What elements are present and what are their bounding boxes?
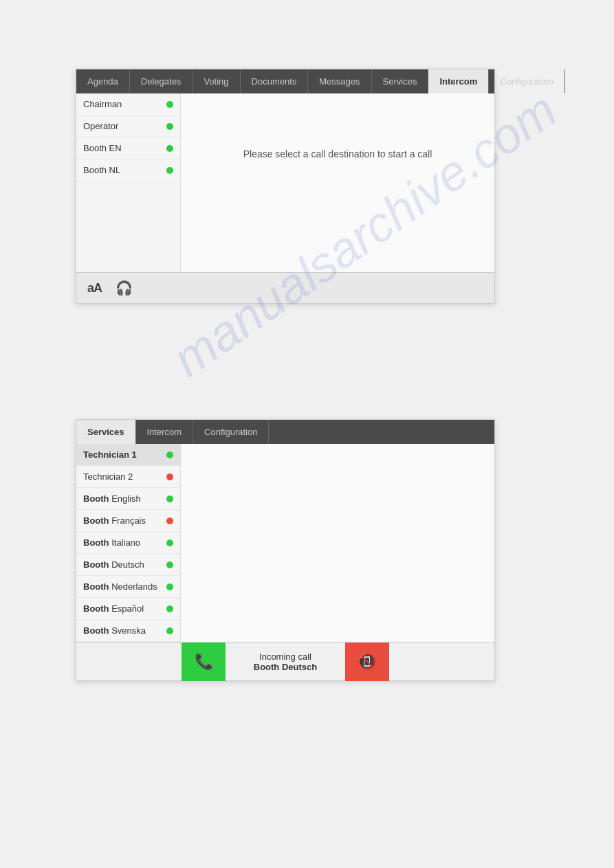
tab-configuration[interactable]: Configuration bbox=[489, 69, 564, 93]
incoming-call-title: Incoming call bbox=[232, 652, 338, 662]
status-dot-booth-deutsch bbox=[166, 561, 173, 568]
sidebar-item-technician1[interactable]: Technician 1 bbox=[76, 444, 180, 466]
sidebar-item-booth-francais[interactable]: Booth Français bbox=[76, 510, 180, 532]
incoming-call-bar: 📞 Incoming call Booth Deutsch 📵 bbox=[76, 642, 494, 680]
tab-messages[interactable]: Messages bbox=[308, 69, 371, 93]
content-area-1: Chairman Operator Booth EN Booth NL Plea… bbox=[76, 93, 494, 272]
call-info: Incoming call Booth Deutsch bbox=[226, 652, 344, 672]
sidebar-label-operator: Operator bbox=[83, 121, 118, 131]
screenshot1-window: Agenda Delegates Voting Documents Messag… bbox=[76, 69, 495, 304]
incoming-caller-bold: Booth bbox=[254, 662, 280, 672]
sidebar-item-booth-nederlands[interactable]: Booth Nederlands bbox=[76, 576, 180, 598]
tab-services[interactable]: Services bbox=[372, 69, 429, 93]
font-size-button[interactable]: aA bbox=[83, 278, 106, 298]
sidebar-item-booth-espanol[interactable]: Booth Español bbox=[76, 598, 180, 620]
sidebar-label-booth-espanol: Booth Español bbox=[83, 603, 144, 614]
tab-configuration-2[interactable]: Configuration bbox=[193, 420, 269, 444]
sidebar-label-booth-nederlands: Booth Nederlands bbox=[83, 581, 157, 592]
sidebar-label-booth-francais: Booth Français bbox=[83, 515, 146, 526]
call-accept-button[interactable]: 📞 bbox=[182, 643, 226, 681]
sidebar-label-technician2: Technician 2 bbox=[83, 471, 133, 482]
status-dot-booth-en bbox=[166, 145, 173, 152]
headset-icon[interactable]: 🎧 bbox=[113, 277, 135, 299]
sidebar-item-booth-deutsch[interactable]: Booth Deutsch bbox=[76, 554, 180, 576]
sidebar-label-booth-en: Booth EN bbox=[83, 143, 122, 153]
sidebar-item-operator[interactable]: Operator bbox=[76, 115, 180, 137]
sidebar-label-booth-english: Booth English bbox=[83, 493, 141, 504]
status-dot-booth-nederlands bbox=[166, 583, 173, 590]
sidebar-item-booth-svenska[interactable]: Booth Svenska bbox=[76, 620, 180, 642]
tab-agenda[interactable]: Agenda bbox=[76, 69, 130, 93]
status-dot-booth-italiano bbox=[166, 539, 173, 546]
phone-reject-icon: 📵 bbox=[358, 653, 376, 671]
nav-tabs-2: Services Intercom Configuration bbox=[76, 420, 494, 444]
sidebar-label-booth-nl: Booth NL bbox=[83, 165, 120, 175]
sidebar-label-booth-italiano: Booth Italiano bbox=[83, 537, 140, 548]
sidebar-label-chairman: Chairman bbox=[83, 99, 122, 109]
call-message: Please select a call destination to star… bbox=[243, 148, 432, 159]
call-reject-button[interactable]: 📵 bbox=[345, 643, 389, 681]
status-dot-chairman bbox=[166, 101, 173, 108]
nav-tabs-1: Agenda Delegates Voting Documents Messag… bbox=[76, 69, 494, 93]
sidebar-item-technician2[interactable]: Technician 2 bbox=[76, 466, 180, 488]
status-dot-booth-francais bbox=[166, 518, 173, 524]
phone-accept-icon: 📞 bbox=[195, 653, 213, 671]
incoming-call-name: Booth Deutsch bbox=[232, 662, 338, 672]
sidebar-label-booth-svenska: Booth Svenska bbox=[83, 625, 146, 636]
sidebar-item-booth-italiano[interactable]: Booth Italiano bbox=[76, 532, 180, 554]
sidebar-2: Technician 1 Technician 2 Booth English … bbox=[76, 444, 181, 642]
tab-intercom-2[interactable]: Intercom bbox=[136, 420, 194, 444]
status-dot-technician2 bbox=[166, 474, 173, 480]
tab-services-2[interactable]: Services bbox=[76, 420, 136, 444]
tab-delegates[interactable]: Delegates bbox=[130, 69, 193, 93]
status-dot-booth-svenska bbox=[166, 627, 173, 634]
main-panel-2 bbox=[181, 444, 494, 642]
status-dot-technician1 bbox=[166, 452, 173, 458]
status-dot-booth-english bbox=[166, 496, 173, 502]
status-dot-booth-nl bbox=[166, 167, 173, 174]
sidebar-label-booth-deutsch: Booth Deutsch bbox=[83, 559, 144, 570]
content-area-2: Technician 1 Technician 2 Booth English … bbox=[76, 444, 494, 642]
sidebar-item-booth-english[interactable]: Booth English bbox=[76, 488, 180, 510]
tab-documents[interactable]: Documents bbox=[241, 69, 309, 93]
sidebar-item-chairman[interactable]: Chairman bbox=[76, 93, 180, 115]
sidebar-item-booth-en[interactable]: Booth EN bbox=[76, 137, 180, 159]
incoming-caller-normal: Deutsch bbox=[279, 662, 317, 672]
sidebar-item-booth-nl[interactable]: Booth NL bbox=[76, 159, 180, 181]
status-dot-operator bbox=[166, 123, 173, 130]
sidebar-label-technician1: Technician 1 bbox=[83, 449, 137, 460]
screenshot2-window: Services Intercom Configuration Technici… bbox=[76, 419, 495, 681]
bottom-bar-1: aA 🎧 bbox=[76, 272, 494, 303]
main-panel-1: Please select a call destination to star… bbox=[181, 93, 494, 272]
tab-voting[interactable]: Voting bbox=[193, 69, 240, 93]
sidebar-1: Chairman Operator Booth EN Booth NL bbox=[76, 93, 181, 272]
tab-intercom[interactable]: Intercom bbox=[428, 69, 489, 93]
status-dot-booth-espanol bbox=[166, 605, 173, 612]
